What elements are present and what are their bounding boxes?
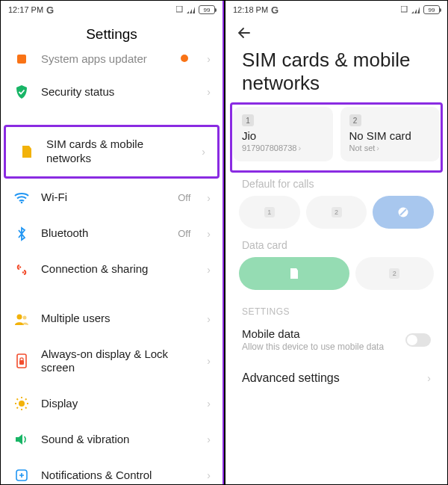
calls-option-sim1[interactable]: 1 xyxy=(239,196,300,229)
svg-point-4 xyxy=(19,266,21,268)
calls-option-sim2[interactable]: 2 xyxy=(306,196,367,229)
status-bar: 12:17 PM G 99 xyxy=(1,1,223,17)
svg-point-3 xyxy=(21,201,23,203)
row-label: Display xyxy=(41,397,195,411)
system-apps-icon xyxy=(14,52,29,67)
google-icon: G xyxy=(271,4,279,16)
svg-line-18 xyxy=(17,407,19,409)
settings-screen: 12:17 PM G 99 Settings System apps updat… xyxy=(1,1,223,484)
data-option-sim2[interactable]: 2 xyxy=(355,257,434,290)
section-header-settings: SETTINGS xyxy=(225,290,447,321)
row-advanced-settings[interactable]: Advanced settings › xyxy=(225,352,447,385)
row-wifi[interactable]: Wi-Fi Off › xyxy=(1,180,223,216)
chevron-right-icon: › xyxy=(207,469,211,481)
svg-point-6 xyxy=(17,314,22,319)
row-bluetooth[interactable]: Bluetooth Off › xyxy=(1,216,223,252)
brightness-icon xyxy=(14,396,29,411)
svg-rect-20 xyxy=(401,6,407,12)
data-selector: 2 xyxy=(225,257,447,290)
chevron-right-icon: › xyxy=(207,53,211,65)
sim-icon xyxy=(289,268,299,279)
status-time: 12:17 PM xyxy=(8,5,43,14)
row-multiple-users[interactable]: Multiple users › xyxy=(1,301,223,337)
sim-name: Jio xyxy=(242,129,324,142)
sim-signal-icon xyxy=(176,6,184,13)
sim-card-icon xyxy=(19,144,34,159)
sim-signal-icon xyxy=(401,6,408,13)
chevron-right-icon: › xyxy=(207,398,211,410)
sim-badge-2: 2 xyxy=(349,114,361,126)
signal-icon xyxy=(187,6,196,13)
calls-selector: 1 2 xyxy=(225,196,447,229)
arrow-left-icon xyxy=(236,25,252,41)
row-label: Notifications & Control xyxy=(41,469,195,483)
svg-point-5 xyxy=(22,271,24,273)
row-mobile-data[interactable]: Mobile data Allow this device to use mob… xyxy=(225,321,447,352)
back-button[interactable] xyxy=(225,17,447,41)
chevron-right-icon: › xyxy=(207,86,211,98)
row-label: Bluetooth xyxy=(41,226,166,241)
page-title: SIM cards & mobile networks xyxy=(225,41,447,104)
lock-screen-icon xyxy=(14,353,29,368)
shield-icon xyxy=(14,84,29,99)
sim-status: Not set› xyxy=(349,143,432,152)
battery-icon: 99 xyxy=(423,5,440,14)
row-label: Connection & sharing xyxy=(41,262,195,277)
sim-settings-screen: 12:18 PM G 99 SIM cards & mobile network… xyxy=(225,1,447,484)
svg-point-2 xyxy=(181,55,188,62)
row-label: Sound & vibration xyxy=(41,433,195,447)
sim-name: No SIM card xyxy=(349,129,432,142)
calls-option-ask[interactable] xyxy=(373,196,434,229)
svg-line-16 xyxy=(25,407,27,409)
chevron-right-icon: › xyxy=(207,228,211,240)
row-label: Multiple users xyxy=(41,312,195,326)
google-icon: G xyxy=(46,4,54,16)
chevron-right-icon: › xyxy=(207,192,211,204)
mobile-data-toggle[interactable] xyxy=(405,333,431,347)
notifications-icon xyxy=(14,468,29,483)
row-value: Off xyxy=(178,192,190,203)
status-bar: 12:18 PM G 99 xyxy=(225,1,447,17)
row-notifications[interactable]: Notifications & Control › xyxy=(1,457,223,483)
sim-slot-1[interactable]: 1 Jio 917907808738› xyxy=(233,107,333,161)
row-label: System apps updater xyxy=(41,52,168,67)
row-security-status[interactable]: Security status › xyxy=(1,74,223,110)
battery-icon: 99 xyxy=(199,5,215,14)
svg-point-7 xyxy=(23,315,27,319)
chevron-right-icon: › xyxy=(376,143,379,152)
connection-icon xyxy=(14,262,29,277)
row-system-apps-updater[interactable]: System apps updater › xyxy=(1,49,223,74)
sim-slot-2[interactable]: 2 No SIM card Not set› xyxy=(340,107,441,161)
svg-point-10 xyxy=(19,401,25,407)
row-sound-vibration[interactable]: Sound & vibration › xyxy=(1,421,223,457)
disabled-icon xyxy=(397,206,409,218)
users-icon xyxy=(14,312,29,327)
settings-list: System apps updater › Security status › … xyxy=(1,49,223,483)
wifi-icon xyxy=(14,191,29,206)
bluetooth-icon xyxy=(14,226,29,241)
chevron-right-icon: › xyxy=(207,264,211,276)
chevron-right-icon: › xyxy=(202,146,205,158)
section-label-calls: Default for calls xyxy=(225,167,447,196)
chevron-right-icon: › xyxy=(427,372,431,384)
svg-line-15 xyxy=(17,399,19,401)
section-label-data: Data card xyxy=(225,229,447,257)
update-dot-icon xyxy=(180,52,189,66)
svg-line-17 xyxy=(25,399,27,401)
row-connection-sharing[interactable]: Connection & sharing › xyxy=(1,252,223,288)
chevron-right-icon: › xyxy=(207,433,211,445)
chevron-right-icon: › xyxy=(298,143,301,152)
row-label: Advanced settings xyxy=(242,371,427,385)
svg-rect-1 xyxy=(17,55,26,64)
row-display[interactable]: Display › xyxy=(1,386,223,421)
page-title: Settings xyxy=(1,17,223,49)
sim-number: 917907808738› xyxy=(242,143,324,152)
sim-badge-1: 1 xyxy=(242,114,254,126)
row-always-on-display[interactable]: Always-on display & Lock screen › xyxy=(1,337,223,386)
svg-rect-9 xyxy=(19,360,24,365)
data-option-sim1[interactable] xyxy=(239,257,349,290)
row-sim-cards[interactable]: SIM cards & mobile networks › xyxy=(6,127,217,176)
option-description: Allow this device to use mobile data xyxy=(242,342,398,352)
row-label: SIM cards & mobile networks xyxy=(46,138,190,166)
svg-rect-0 xyxy=(176,6,182,12)
